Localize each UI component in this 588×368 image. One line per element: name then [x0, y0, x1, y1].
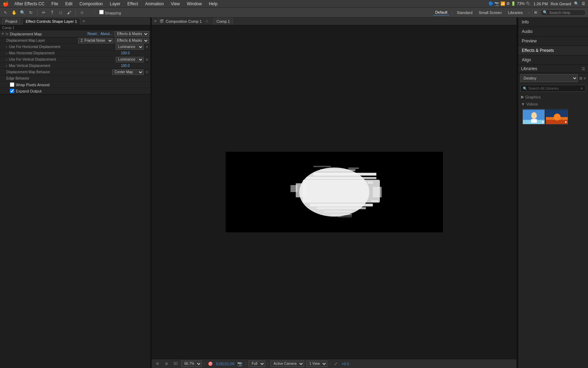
svg-rect-2	[313, 173, 376, 176]
svg-rect-15	[313, 166, 331, 167]
videos-label: Videos	[526, 102, 538, 106]
select-tool[interactable]: ↖	[2, 9, 9, 16]
wrap-pixels-row: Wrap Pixels Around	[0, 82, 150, 88]
menu-animation[interactable]: Animation	[144, 1, 165, 6]
expand-output-row: Expand Output	[0, 88, 150, 94]
max-vert-row: ○ Max Vertical Displacement 100.0	[0, 63, 150, 69]
snapping-label: Snapping	[105, 11, 121, 15]
search-libraries-dropdown-icon[interactable]: ▼	[580, 87, 583, 90]
composition-canvas	[152, 25, 517, 359]
dm-behavior-row: Displacement Map Behavior Center Map ▼	[0, 69, 150, 75]
time-display: 1:26 PM	[533, 2, 548, 6]
composition-preview	[226, 152, 443, 232]
menu-window[interactable]: Window	[185, 1, 203, 6]
menu-after-effects[interactable]: After Effects CC	[13, 1, 46, 6]
library-grid-icon[interactable]: ⊞	[579, 76, 582, 81]
menu-layer[interactable]: Layer	[109, 1, 122, 6]
menu-help[interactable]: Help	[207, 1, 219, 6]
videos-section-title[interactable]: ▼ Videos	[521, 102, 585, 106]
workspace-standard[interactable]: Standard	[455, 10, 475, 15]
zoom-dropdown[interactable]: 66.7% 100%	[181, 361, 202, 367]
pen-tool[interactable]: ✏	[40, 9, 47, 16]
graphics-section-title[interactable]: ▶ Graphics	[521, 95, 585, 99]
video-thumbnail-2[interactable]: ▶	[546, 109, 568, 124]
info-panel-item[interactable]: Info	[518, 18, 588, 27]
library-dropdown[interactable]: Destiny	[520, 74, 578, 82]
comp1-tab[interactable]: Comp 1	[213, 18, 233, 25]
displacement-map-label: Displacement Map	[10, 32, 86, 36]
wrap-pixels-checkbox[interactable]	[10, 82, 14, 87]
svg-rect-8	[324, 211, 352, 212]
fx-icon: fx	[5, 32, 9, 36]
menu-composition[interactable]: Composition	[78, 1, 104, 6]
dm-layer-effects-dropdown[interactable]: Effects & Masks	[115, 38, 149, 43]
separator-2	[75, 9, 76, 16]
menu-file[interactable]: File	[50, 1, 60, 6]
view-dropdown[interactable]: 1 View	[306, 361, 327, 367]
use-vert-label: Use For Vertical Displacement	[8, 57, 116, 61]
quality-dropdown[interactable]: Full Half	[248, 361, 265, 367]
videos-section: ▼ Videos ▶	[518, 101, 588, 127]
comp-preview-icon[interactable]: 🎯	[207, 360, 214, 367]
paint-tool[interactable]: 🖌	[66, 9, 73, 16]
graphics-collapse-icon[interactable]: ▶	[521, 95, 524, 99]
max-vert-value: 100.0	[121, 64, 149, 68]
puppet-tool[interactable]: ⊹	[78, 9, 86, 16]
workspace-default[interactable]: Default	[433, 9, 450, 15]
rotate-tool[interactable]: ↻	[27, 9, 34, 16]
search-icon[interactable]: 🔍	[574, 1, 579, 6]
zoom-tool[interactable]: 🔍	[19, 9, 26, 16]
menu-edit[interactable]: Edit	[64, 1, 74, 6]
menu-effect[interactable]: Effect	[126, 1, 139, 6]
search-libraries-text: Search All Libraries	[528, 87, 559, 90]
text-tool[interactable]: T	[49, 9, 56, 16]
workspace-small-screen[interactable]: Small Screen	[477, 10, 504, 15]
comp-camera-icon[interactable]: 📷	[237, 360, 244, 367]
dm-layer-dropdown[interactable]: 2. Fractal Noise	[78, 38, 113, 43]
workspace-libraries[interactable]: Libraries	[506, 10, 525, 15]
audio-panel-item[interactable]: Audio	[518, 27, 588, 36]
effects-presets-panel-item[interactable]: Effects & Presets	[518, 46, 588, 55]
library-list-icon[interactable]: ≡	[584, 76, 586, 80]
use-horiz-dropdown[interactable]: Luminance	[116, 44, 144, 50]
comp-close-icon[interactable]: ✕	[154, 19, 157, 23]
reset-btn[interactable]: Reset	[88, 32, 97, 36]
use-horiz-label: Use For Horizontal Displacement	[8, 45, 116, 49]
menu-view[interactable]: View	[169, 1, 181, 6]
max-horiz-value: 100.0	[121, 51, 149, 55]
libraries-menu-icon[interactable]: ☰	[582, 67, 585, 71]
videos-collapse-icon[interactable]: ▼	[521, 102, 525, 106]
camera-dropdown[interactable]: Active Camera	[271, 361, 304, 367]
use-vert-dropdown[interactable]: Luminance	[116, 57, 144, 62]
project-tab[interactable]: Project	[2, 18, 20, 25]
comp-grid-icon[interactable]: ⊞	[163, 360, 170, 367]
collapse-displacement-icon[interactable]: ▼	[1, 32, 4, 35]
hand-tool[interactable]: ✋	[11, 9, 18, 16]
comp-settings-icon[interactable]: ⚙	[154, 360, 161, 367]
snapping-checkbox[interactable]	[99, 10, 104, 14]
svg-rect-16	[368, 182, 373, 184]
comp-menu-icon[interactable]: ☰	[205, 19, 208, 23]
preview-panel-item[interactable]: Preview	[518, 36, 588, 46]
dm-behavior-dropdown[interactable]: Center Map	[112, 69, 144, 75]
expand-output-checkbox[interactable]	[10, 89, 14, 93]
comp-3d-icon[interactable]: 3D	[172, 360, 179, 367]
effect-controls-tab[interactable]: Effect Controls Shape Layer 1	[22, 18, 80, 25]
expand-output-label: Expand Output	[16, 89, 41, 93]
workspace-extra[interactable]: ⊞	[533, 10, 538, 15]
search-all-libraries-bar[interactable]: 🔍 Search All Libraries ▼	[520, 85, 586, 92]
search-help-bar[interactable]: 🔍 Search Help	[540, 9, 586, 16]
menu-bar: 🍎 After Effects CC File Edit Composition…	[0, 0, 588, 8]
notifications-icon[interactable]: ☰	[582, 1, 585, 6]
effects-masks-dropdown[interactable]: Effects & Masks	[115, 31, 149, 37]
left-panel-header: Project Effect Controls Shape Layer 1 ✕	[0, 18, 150, 25]
about-btn[interactable]: About...	[101, 32, 112, 36]
align-panel-item[interactable]: Align	[518, 55, 588, 65]
panel-close[interactable]: ✕	[82, 19, 85, 23]
video-thumbnail-1[interactable]: ▶	[522, 109, 545, 124]
apple-logo-icon[interactable]: 🍎	[3, 1, 9, 7]
separator-1	[37, 9, 37, 16]
comp-expand-icon[interactable]: ⤢	[332, 360, 339, 367]
graphics-label: Graphics	[525, 95, 541, 99]
shape-tool[interactable]: □	[57, 9, 64, 16]
